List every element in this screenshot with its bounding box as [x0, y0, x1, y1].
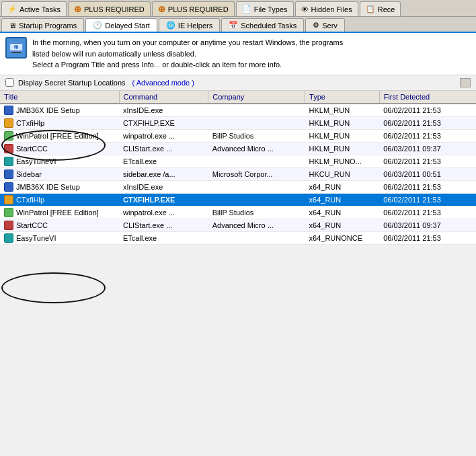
info-text-line2: listed below will run automatically unle… [32, 48, 343, 60]
cell-company: Advanced Micro ... [208, 219, 305, 231]
cell-command: CTXFIHLP.EXE [119, 116, 208, 129]
table-row[interactable]: Sidebarsidebar.exe /a...Microsoft Corpor… [0, 167, 476, 180]
col-header-type[interactable]: Type [305, 91, 380, 104]
table-row[interactable]: CTxfiHlpCTXFIHLP.EXEHKLM_RUN06/02/2011 2… [0, 116, 476, 129]
table-row[interactable]: WinPatrol [FREE Edition]winpatrol.exe ..… [0, 206, 476, 219]
cell-title: EasyTuneVI [0, 155, 119, 167]
program-icon [4, 195, 13, 204]
cell-command: sidebar.exe /a... [119, 167, 208, 180]
tab-hidden-files[interactable]: 👁 Hidden Files [295, 1, 358, 16]
tab-rece[interactable]: 📋 Rece [360, 1, 401, 16]
tab-plus-required-2-label: PLUS REQUIRED [168, 5, 229, 13]
col-header-company[interactable]: Company [208, 91, 305, 104]
rece-icon: 📋 [366, 5, 375, 13]
program-title: WinPatrol [FREE Edition] [16, 132, 99, 140]
cell-command: winpatrol.exe ... [119, 129, 208, 142]
table-row[interactable]: StartCCCCLIStart.exe ...Advanced Micro .… [0, 142, 476, 155]
cell-detected: 06/03/2011 00:51 [379, 167, 476, 180]
cell-title: CTxfiHlp [0, 116, 119, 129]
program-title: StartCCC [16, 221, 48, 229]
cell-company [208, 104, 305, 117]
tab-scheduled-tasks-label: Scheduled Tasks [241, 22, 296, 30]
program-icon [4, 169, 13, 179]
advanced-mode-link[interactable]: ( Advanced mode ) [132, 79, 194, 87]
col-header-detected[interactable]: First Detected [379, 91, 476, 104]
tab-plus-required-1-label: PLUS REQUIRED [84, 5, 145, 13]
tab-hidden-files-label: Hidden Files [311, 5, 352, 13]
cell-command: winpatrol.exe ... [119, 206, 208, 219]
table-row[interactable]: JMB36X IDE SetupxInsIDE.exeHKLM_RUN06/02… [0, 104, 476, 117]
program-title: CTxfiHlp [16, 196, 44, 204]
info-text-line1: In the morning, when you turn on your co… [32, 37, 343, 48]
table-wrapper: Title Command Company Type First Detecte… [0, 91, 476, 457]
cell-type: HKCU_RUN [305, 167, 380, 180]
info-text-block: In the morning, when you turn on your co… [32, 37, 343, 71]
tab-plus-required-2[interactable]: ⊕ PLUS REQUIRED [152, 1, 235, 16]
cell-detected: 06/02/2011 21:53 [379, 193, 476, 206]
svg-rect-3 [10, 43, 22, 44]
tab-ie-helpers[interactable]: 🌐 IE Helpers [159, 18, 220, 32]
col-header-title[interactable]: Title [0, 91, 119, 104]
cell-detected: 06/03/2011 09:37 [379, 219, 476, 231]
info-text-line3: Select a Program Title and press Info...… [32, 59, 343, 71]
tab-plus-required-1[interactable]: ⊕ PLUS REQUIRED [68, 1, 151, 16]
active-tasks-icon: ⚡ [7, 5, 17, 13]
tab-active-tasks[interactable]: ⚡ Active Tasks [1, 1, 67, 16]
plus-required-1-icon: ⊕ [74, 4, 81, 14]
cell-type: x64_RUN [305, 219, 380, 231]
cell-detected: 06/02/2011 21:53 [379, 231, 476, 244]
cell-type: x64_RUN [305, 193, 380, 206]
cell-company [208, 231, 305, 244]
checkbox-label: Display Secret Startup Locations [18, 79, 126, 87]
second-tab-bar: 🖥 Startup Programs 🕐 Delayed Start 🌐 IE … [0, 17, 476, 33]
hidden-files-icon: 👁 [301, 5, 309, 13]
cell-company [208, 155, 305, 167]
tab-active-tasks-label: Active Tasks [19, 5, 61, 13]
program-title: JMB36X IDE Setup [16, 106, 80, 114]
cell-detected: 06/03/2011 09:37 [379, 142, 476, 155]
table-row[interactable]: WinPatrol [FREE Edition]winpatrol.exe ..… [0, 129, 476, 142]
tab-file-types[interactable]: 📄 File Types [236, 1, 294, 16]
table-row[interactable]: CTxfiHlpCTXFIHLP.EXEx64_RUN06/02/2011 21… [0, 193, 476, 206]
cell-title: JMB36X IDE Setup [0, 104, 119, 117]
cell-company: BillP Studios [208, 206, 305, 219]
circle-annotation-bottom [1, 272, 106, 303]
cell-detected: 06/02/2011 21:53 [379, 155, 476, 167]
program-icon [4, 182, 13, 192]
table-row[interactable]: JMB36X IDE SetupxInsIDE.exex64_RUN06/02/… [0, 180, 476, 193]
tab-startup-programs[interactable]: 🖥 Startup Programs [1, 18, 84, 32]
scheduled-tasks-icon: 📅 [229, 21, 238, 30]
cell-detected: 06/02/2011 21:53 [379, 129, 476, 142]
table-row[interactable]: StartCCCCLIStart.exe ...Advanced Micro .… [0, 219, 476, 231]
serv-icon: ⚙ [313, 21, 319, 30]
top-tab-bar: ⚡ Active Tasks ⊕ PLUS REQUIRED ⊕ PLUS RE… [0, 0, 476, 17]
startup-programs-icon: 🖥 [9, 22, 16, 30]
tab-rece-label: Rece [378, 5, 395, 13]
program-title: JMB36X IDE Setup [16, 183, 80, 191]
tab-file-types-label: File Types [254, 5, 288, 13]
cell-company [208, 193, 305, 206]
cell-type: HKLM_RUNO... [305, 155, 380, 167]
cell-title: CTxfiHlp [0, 193, 119, 206]
tab-scheduled-tasks[interactable]: 📅 Scheduled Tasks [221, 18, 304, 32]
tab-startup-programs-label: Startup Programs [19, 22, 77, 30]
program-icon [4, 144, 13, 153]
tab-delayed-start[interactable]: 🕐 Delayed Start [85, 18, 157, 32]
info-panel: i In the morning, when you turn on your … [0, 33, 476, 75]
table-row[interactable]: EasyTuneVIETcall.exex64_RUNONCE06/02/201… [0, 231, 476, 244]
startup-table: Title Command Company Type First Detecte… [0, 91, 476, 245]
svg-rect-1 [11, 52, 21, 53]
col-header-command[interactable]: Command [119, 91, 208, 104]
cell-command: xInsIDE.exe [119, 104, 208, 117]
table-row[interactable]: EasyTuneVIETcall.exeHKLM_RUNO...06/02/20… [0, 155, 476, 167]
tab-delayed-start-label: Delayed Start [105, 22, 150, 30]
display-secret-checkbox[interactable] [5, 78, 14, 87]
table-container[interactable]: Title Command Company Type First Detecte… [0, 91, 476, 245]
plus-required-2-icon: ⊕ [158, 4, 165, 14]
tab-serv[interactable]: ⚙ Serv [305, 18, 345, 32]
cell-command: CTXFIHLP.EXE [119, 193, 208, 206]
cell-title: WinPatrol [FREE Edition] [0, 206, 119, 219]
ie-helpers-icon: 🌐 [166, 21, 175, 30]
scrollbar-top[interactable] [460, 78, 471, 87]
cell-company: Microsoft Corpor... [208, 167, 305, 180]
